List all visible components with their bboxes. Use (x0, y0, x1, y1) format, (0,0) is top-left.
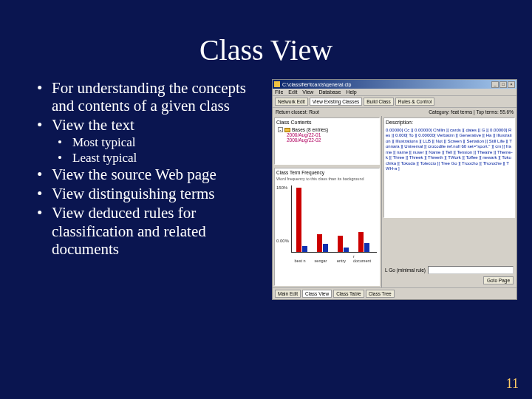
menu-edit[interactable]: Edit (288, 89, 297, 95)
class-contents-pane: Class Contents - Bases (8 entries) 2000/… (274, 117, 380, 165)
term-frequency-chart: Class Term Frequency Word frequency to t… (274, 168, 380, 286)
info-row: Return closest: Root Category: feat term… (273, 108, 516, 116)
tab-build-class[interactable]: Build Class (364, 98, 394, 106)
bullet-text: For understanding the concepts and conte… (52, 79, 267, 115)
bullet-sub-item: •Least typical (58, 151, 267, 166)
y-tick: 0.00% (276, 239, 289, 243)
bullet-text: View deduced rules for classification an… (52, 204, 267, 257)
top-tabs: Network Edit View Existing Classes Build… (273, 96, 516, 108)
bullet-dot-icon: • (37, 185, 52, 202)
tree-item-label: 2000/Aug/22-02 (287, 137, 321, 143)
plot-area (291, 185, 377, 253)
goto-page-button[interactable]: Goto Page (483, 276, 514, 284)
y-tick: 150% (276, 185, 287, 190)
x-tick: entry (337, 259, 346, 263)
bar (344, 248, 349, 252)
bullet-dot-icon: • (37, 79, 52, 115)
category-stats-label: Category: feat terms | Top terms: 55.6% (429, 109, 514, 115)
menu-database[interactable]: Database (318, 89, 341, 95)
bullet-item: •View the text (37, 116, 267, 134)
bullet-text: View distinguishing terms (52, 185, 214, 202)
description-title: Description: (386, 120, 513, 126)
content-area: •For understanding the concepts and cont… (0, 79, 532, 300)
screenshot-column: C:\classifier\tcards\general.clp _ □ × F… (272, 79, 517, 300)
tree-item-label: 2000/Aug/22-01 (287, 132, 321, 137)
left-column: Class Contents - Bases (8 entries) 2000/… (273, 116, 382, 287)
bullet-item: •For understanding the concepts and cont… (37, 79, 267, 115)
bullet-item: •View distinguishing terms (37, 185, 267, 202)
description-body: 0.00000[ Cc ][ 0.00000[ Chillin ][ cards… (386, 128, 513, 172)
tree-root-label: Bases (8 entries) (292, 127, 328, 132)
bar (364, 243, 369, 252)
bar (296, 188, 301, 252)
y-axis: 150% 0.00% (276, 185, 290, 253)
goto-panel: L Go (minimal rule) Goto Page (383, 221, 515, 286)
app-window: C:\classifier\tcards\general.clp _ □ × F… (272, 79, 517, 300)
bar (358, 232, 364, 252)
x-tick: best n (295, 259, 306, 263)
x-axis: best n sengar entry r document (291, 254, 377, 263)
bullet-dot-icon: • (37, 204, 52, 257)
chart-subtitle: Word frequency to this class than its ba… (276, 177, 378, 181)
tree-item[interactable]: 2000/Aug/22-01 (287, 132, 378, 137)
titlebar[interactable]: C:\classifier\tcards\general.clp _ □ × (273, 80, 516, 89)
return-closest-label: Return closest: Root (276, 109, 319, 115)
app-icon (274, 81, 280, 87)
slide-title: Class View (0, 0, 532, 79)
bullet-text: View the source Web page (52, 166, 216, 183)
goto-label: L Go (minimal rule) (385, 267, 426, 273)
folder-icon (284, 128, 290, 132)
menu-view[interactable]: View (302, 89, 313, 95)
bullet-dot-icon: • (37, 116, 52, 134)
tab-view-existing-classes[interactable]: View Existing Classes (310, 98, 362, 106)
expand-icon[interactable]: - (278, 127, 283, 132)
panes: Class Contents - Bases (8 entries) 2000/… (273, 116, 516, 287)
x-tick: sengar (315, 259, 327, 263)
tab-network-edit[interactable]: Network Edit (275, 98, 308, 106)
bar (323, 244, 328, 252)
tree-root[interactable]: - Bases (8 entries) (278, 127, 378, 132)
bullet-sub-item: •Most typical (58, 135, 267, 150)
minimize-button[interactable]: _ (491, 81, 499, 88)
page-number: 11 (506, 376, 519, 392)
bullet-text: Least typical (72, 151, 137, 166)
bullet-item: •View the source Web page (37, 166, 267, 183)
window-title: C:\classifier\tcards\general.clp (282, 82, 491, 87)
x-tick: r document (353, 254, 371, 263)
description-pane: Description: 0.00000[ Cc ][ 0.00000[ Chi… (383, 117, 515, 218)
maximize-button[interactable]: □ (499, 81, 507, 88)
bullet-list: •For understanding the concepts and cont… (15, 79, 267, 300)
bullet-dot-icon: • (58, 151, 72, 166)
bottom-tabs: Main Edit Class View Class Table Class T… (273, 287, 516, 299)
bar (302, 246, 307, 252)
bullet-dot-icon: • (58, 135, 72, 150)
tab-rules-control[interactable]: Rules & Control (395, 98, 435, 106)
right-column: Description: 0.00000[ Cc ][ 0.00000[ Chi… (382, 116, 516, 287)
tab-class-tree[interactable]: Class Tree (366, 290, 395, 298)
tab-class-view[interactable]: Class View (302, 290, 332, 298)
goto-input[interactable] (428, 266, 514, 274)
tree-item[interactable]: 2000/Aug/22-02 (287, 137, 378, 143)
bullet-item: •View deduced rules for classification a… (37, 204, 267, 257)
bullet-dot-icon: • (37, 166, 52, 183)
pane-header: Class Contents (276, 120, 378, 125)
bullet-text: Most typical (72, 135, 135, 150)
menu-help[interactable]: Help (346, 89, 356, 95)
bar (338, 236, 343, 252)
bullet-text: View the text (52, 116, 134, 134)
tab-main-edit[interactable]: Main Edit (275, 290, 301, 298)
chart-title: Class Term Frequency (276, 170, 378, 175)
close-button[interactable]: × (508, 81, 515, 88)
menu-file[interactable]: File (275, 89, 283, 95)
menubar: File Edit View Database Help (273, 89, 516, 96)
bar (317, 234, 322, 252)
tab-class-table[interactable]: Class Table (333, 290, 364, 298)
chart-area: 150% 0.00% (276, 185, 378, 263)
